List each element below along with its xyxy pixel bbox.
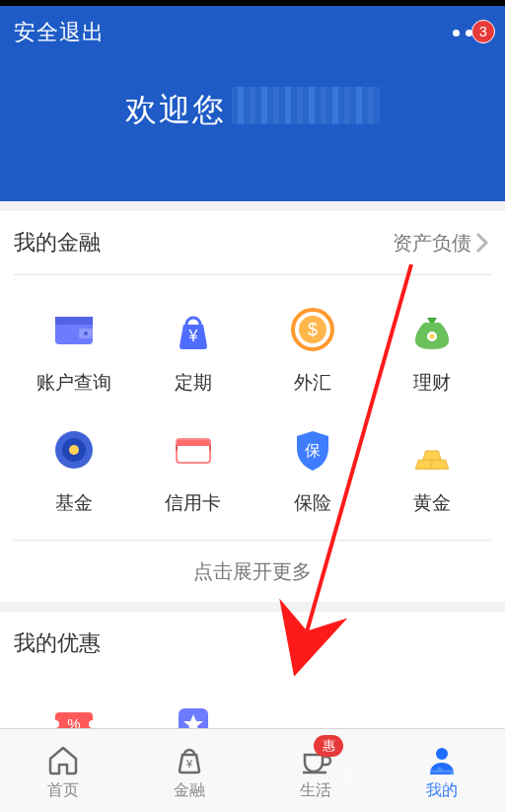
finance-item-label: 账户查询 bbox=[36, 370, 111, 396]
home-icon bbox=[44, 741, 82, 778]
wallet-icon bbox=[49, 305, 99, 354]
finance-item-credit-card[interactable]: 信用卡 bbox=[133, 425, 252, 516]
svg-point-23 bbox=[89, 720, 97, 728]
logout-button[interactable]: 安全退出 bbox=[14, 18, 105, 47]
svg-point-30 bbox=[436, 748, 448, 760]
more-menu-button[interactable]: 3 bbox=[453, 30, 491, 37]
finance-item-money-bag[interactable]: 理财 bbox=[372, 305, 491, 396]
finance-header: 我的金融 资产负债 bbox=[14, 211, 491, 275]
finance-title: 我的金融 bbox=[14, 228, 101, 258]
finance-item-label: 定期 bbox=[175, 370, 212, 396]
promo-header: 我的优惠 bbox=[14, 612, 491, 675]
promo-title: 我的优惠 bbox=[14, 628, 101, 658]
assets-link-label: 资产负债 bbox=[393, 230, 471, 257]
nav-label: 我的 bbox=[426, 780, 458, 801]
welcome-row: 欢迎您 bbox=[0, 55, 505, 201]
nav-cup[interactable]: 惠 生活 bbox=[252, 729, 379, 812]
finance-item-shield-bao[interactable]: 保 保险 bbox=[252, 425, 372, 516]
nav-label: 生活 bbox=[300, 780, 331, 801]
welcome-text: 欢迎您 bbox=[125, 89, 226, 132]
money-bag-icon bbox=[407, 305, 457, 354]
notification-badge: 3 bbox=[471, 20, 495, 43]
finance-item-label: 保险 bbox=[294, 490, 331, 516]
finance-item-label: 外汇 bbox=[294, 370, 331, 396]
bottom-nav: 首页¥ 金融惠 生活 我的 bbox=[0, 728, 505, 812]
svg-rect-1 bbox=[55, 317, 93, 325]
finance-item-coin[interactable]: 基金 bbox=[14, 425, 133, 516]
nav-bag[interactable]: ¥ 金融 bbox=[126, 729, 252, 812]
nav-badge: 惠 bbox=[314, 735, 343, 757]
finance-grid: 账户查询¥ 定期$ 外汇 理财 基金 信用卡保 保险 黄金 bbox=[14, 275, 491, 540]
svg-text:¥: ¥ bbox=[185, 758, 193, 770]
bag-yen-icon: ¥ bbox=[169, 305, 218, 354]
username-redacted bbox=[232, 87, 380, 124]
svg-point-12 bbox=[69, 445, 79, 455]
gold-bars-icon bbox=[407, 425, 457, 475]
finance-item-label: 理财 bbox=[413, 370, 451, 396]
svg-point-22 bbox=[51, 720, 59, 728]
finance-item-wallet[interactable]: 账户查询 bbox=[14, 305, 133, 396]
assets-link[interactable]: 资产负债 bbox=[393, 230, 491, 257]
nav-label: 首页 bbox=[47, 780, 79, 801]
svg-rect-16 bbox=[178, 440, 209, 446]
dollar-circle-icon: $ bbox=[288, 305, 337, 354]
svg-text:¥: ¥ bbox=[187, 328, 197, 344]
person-icon bbox=[423, 741, 461, 778]
coin-icon bbox=[49, 425, 99, 475]
finance-item-label: 信用卡 bbox=[165, 490, 221, 516]
svg-marker-18 bbox=[422, 451, 441, 460]
chevron-right-icon bbox=[473, 230, 491, 256]
nav-home[interactable]: 首页 bbox=[0, 729, 126, 812]
finance-item-dollar-circle[interactable]: $ 外汇 bbox=[252, 305, 372, 396]
dot-icon bbox=[453, 30, 460, 37]
svg-marker-20 bbox=[430, 460, 449, 469]
header-top: 安全退出 3 bbox=[0, 6, 505, 55]
svg-point-9 bbox=[429, 334, 434, 339]
svg-text:保: 保 bbox=[305, 442, 321, 459]
nav-person[interactable]: 我的 bbox=[379, 729, 505, 812]
finance-item-label: 黄金 bbox=[413, 490, 451, 516]
finance-item-label: 基金 bbox=[55, 490, 93, 516]
finance-card: 我的金融 资产负债 账户查询¥ 定期$ 外汇 理财 基金 信用卡保 保险 黄金 … bbox=[0, 211, 505, 602]
header: 安全退出 3 欢迎您 bbox=[0, 6, 505, 201]
credit-card-icon bbox=[169, 425, 218, 475]
finance-item-bag-yen[interactable]: ¥ 定期 bbox=[133, 305, 252, 396]
svg-text:$: $ bbox=[307, 320, 317, 339]
nav-label: 金融 bbox=[174, 780, 205, 801]
svg-point-3 bbox=[84, 332, 88, 335]
bag-icon: ¥ bbox=[171, 741, 208, 778]
shield-bao-icon: 保 bbox=[288, 425, 337, 475]
finance-item-gold-bars[interactable]: 黄金 bbox=[372, 425, 491, 516]
expand-more-button[interactable]: 点击展开更多 bbox=[14, 540, 491, 602]
